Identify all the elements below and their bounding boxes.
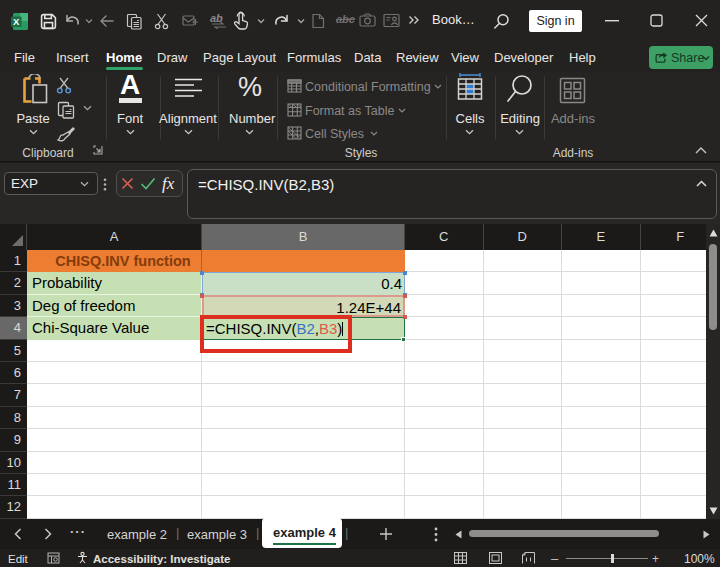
svg-text:X: X — [13, 16, 20, 27]
